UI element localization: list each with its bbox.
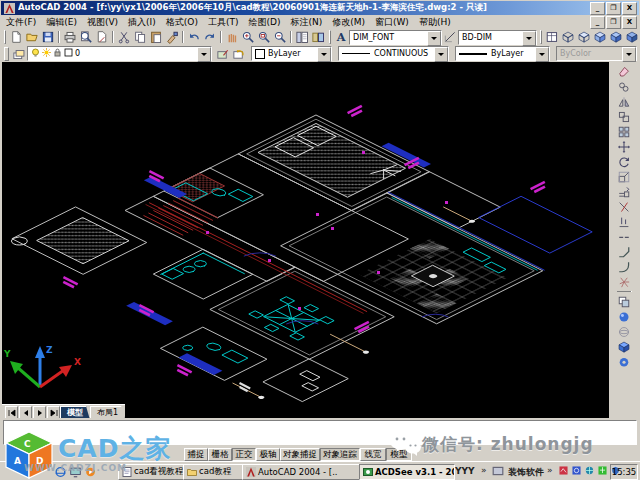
zoom-realtime-icon[interactable] (240, 30, 256, 44)
menu-view[interactable]: 视图(V) (82, 16, 123, 28)
doc-close-button[interactable]: X (622, 16, 637, 29)
mirror-icon[interactable] (615, 94, 633, 109)
matchprop-icon[interactable] (164, 30, 180, 44)
rotate-icon[interactable] (615, 154, 633, 169)
new-icon[interactable] (8, 30, 24, 44)
menu-modify[interactable]: 修改(M) (327, 16, 370, 28)
fillet-icon[interactable] (615, 259, 633, 274)
designcenter-icon[interactable] (310, 30, 326, 44)
scale-icon[interactable] (615, 169, 633, 184)
menu-file[interactable]: 文件(F) (1, 16, 41, 28)
polar-toggle[interactable]: 极轴 (256, 448, 280, 461)
dim-style-combo[interactable]: BD-DIM (458, 30, 537, 45)
make-object-layer-icon[interactable] (215, 47, 231, 61)
trim-icon[interactable] (615, 199, 633, 214)
taskbar-button-autocad[interactable]: AutoCAD 2004 - [.. (242, 464, 364, 480)
lineweight-combo[interactable]: ByLayer (455, 46, 550, 61)
layer-previous-icon[interactable] (231, 47, 247, 61)
plot-icon[interactable] (62, 30, 78, 44)
restore-button[interactable]: ❐ (606, 2, 621, 15)
minimize-button[interactable]: _ (590, 2, 605, 15)
toolbar-folder-icon[interactable] (492, 465, 504, 477)
save-icon[interactable] (40, 30, 56, 44)
erase-icon[interactable] (615, 64, 633, 79)
menu-tools[interactable]: 工具(T) (203, 16, 244, 28)
menu-dimension[interactable]: 标注(N) (285, 16, 327, 28)
doc-minimize-button[interactable]: _ (590, 16, 605, 29)
text-style-combo[interactable]: DIM_FONT (349, 30, 442, 45)
grid-toggle[interactable]: 栅格 (208, 448, 232, 461)
open-icon[interactable] (24, 30, 40, 44)
3d-hidden-icon[interactable] (576, 30, 592, 44)
array-icon[interactable] (615, 124, 633, 139)
close-button[interactable]: X (622, 2, 637, 15)
menu-insert[interactable]: 插入(I) (123, 16, 161, 28)
zoom-previous-icon[interactable] (272, 30, 288, 44)
dropdown-arrow-icon[interactable] (434, 47, 448, 62)
toolbar-handle[interactable] (329, 30, 331, 44)
paint-icon[interactable] (558, 465, 569, 476)
taskbar-button-acdsee[interactable]: ACDSee v3.1 - 20.. (359, 464, 455, 480)
sphere-icon[interactable] (615, 324, 633, 339)
cut-icon[interactable] (116, 30, 132, 44)
toolbar-handle[interactable] (4, 30, 6, 44)
break-icon[interactable] (615, 229, 633, 244)
ortho-toggle[interactable]: 正交 (232, 448, 256, 461)
flat-shaded-icon[interactable] (592, 30, 608, 44)
green-icon[interactable] (597, 465, 608, 476)
properties-icon[interactable] (294, 30, 310, 44)
color-combo[interactable]: ByLayer (251, 46, 332, 61)
toolbar-handle[interactable] (4, 47, 9, 61)
copy-object-icon[interactable] (615, 79, 633, 94)
taskbar-toolbar-yyy[interactable]: YYY (455, 466, 475, 476)
linetype-combo[interactable]: CONTINUOUS (338, 46, 449, 61)
layer-manager-icon[interactable] (11, 47, 27, 61)
stretch-icon[interactable] (615, 184, 633, 199)
menu-window[interactable]: 窗口(W) (370, 16, 414, 28)
lineweight-toggle[interactable]: 线宽 (360, 448, 386, 461)
preview-icon[interactable] (78, 30, 94, 44)
osnap-toggle[interactable]: 对象捕捉 (280, 448, 320, 461)
box-icon[interactable] (615, 339, 633, 354)
taskbar-button-notepad[interactable]: cad看视教程 - 记.. (118, 464, 188, 480)
gouraud-shaded-icon[interactable] (608, 30, 624, 44)
doc-restore-button[interactable]: ❐ (606, 16, 621, 29)
toolbar-handle[interactable] (540, 30, 542, 44)
toolbar-chevron[interactable]: » (481, 465, 487, 475)
pan-icon[interactable] (224, 30, 240, 44)
flat-edges-icon[interactable] (624, 30, 640, 44)
explode-icon[interactable] (615, 274, 633, 289)
snap-toggle[interactable]: 捕捉 (184, 448, 208, 461)
dropdown-arrow-icon[interactable] (427, 31, 441, 46)
taskbar-toolbar-deco[interactable]: 装饰软件 (508, 466, 544, 479)
menu-draw[interactable]: 绘图(D) (243, 16, 285, 28)
zoom-window-icon[interactable] (256, 30, 272, 44)
dropdown-arrow-icon[interactable] (317, 47, 331, 62)
chamfer-icon[interactable] (615, 244, 633, 259)
extend-icon[interactable] (615, 214, 633, 229)
undo-icon[interactable] (186, 30, 202, 44)
copy-icon[interactable] (132, 30, 148, 44)
taskbar-button-folder[interactable]: cad教程 (183, 464, 247, 480)
msn-icon[interactable] (571, 465, 582, 476)
menu-help[interactable]: 帮助(H) (414, 16, 456, 28)
move-icon[interactable] (615, 139, 633, 154)
drawing-canvas[interactable]: Z Y X (2, 62, 609, 404)
paste-icon[interactable] (148, 30, 164, 44)
dim-style-icon[interactable] (442, 30, 458, 44)
dropdown-arrow-icon[interactable] (522, 31, 536, 46)
taskbar-clock[interactable]: 15:35 (610, 464, 638, 480)
globe-icon[interactable] (584, 465, 595, 476)
redo-icon[interactable] (202, 30, 218, 44)
toolbar-chevron[interactable]: » (547, 465, 553, 475)
otrack-toggle[interactable]: 对象追踪 (320, 448, 360, 461)
offset-icon[interactable] (615, 109, 633, 124)
menu-edit[interactable]: 编辑(E) (41, 16, 82, 28)
publish-icon[interactable] (94, 30, 110, 44)
text-style-icon[interactable]: A (333, 30, 349, 44)
dropdown-arrow-icon[interactable] (535, 47, 549, 62)
dropdown-arrow-icon[interactable] (197, 47, 211, 62)
render-icon[interactable] (615, 309, 633, 324)
3d-wireframe-icon[interactable] (560, 30, 576, 44)
named-views-icon[interactable] (544, 30, 560, 44)
